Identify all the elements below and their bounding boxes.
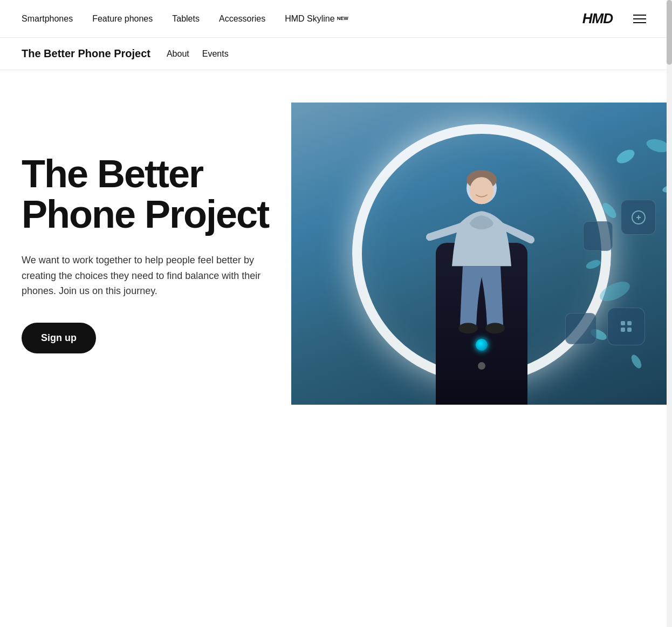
nav-smartphones[interactable]: Smartphones: [22, 14, 73, 24]
nav-feature-phones[interactable]: Feature phones: [92, 14, 153, 24]
nav-about[interactable]: About: [167, 49, 189, 59]
float-card-4: [565, 313, 596, 344]
new-badge: NEW: [337, 16, 348, 21]
top-navigation: Smartphones Feature phones Tablets Acces…: [0, 0, 672, 38]
float-card-3: [607, 308, 645, 345]
hero-person-svg: [422, 158, 541, 342]
svg-point-26: [485, 323, 505, 333]
svg-point-24: [470, 177, 493, 204]
nav-hmd-skyline[interactable]: HMD SkylineNEW: [285, 14, 348, 24]
hmd-logo: HMD: [582, 10, 613, 27]
hero-title: The Better Phone Project: [22, 154, 270, 235]
float-card-2: [583, 221, 613, 251]
signup-button[interactable]: Sign up: [22, 323, 96, 353]
scrollbar-track[interactable]: [667, 0, 672, 627]
hero-image-background: [291, 103, 672, 405]
svg-rect-19: [627, 321, 632, 325]
svg-point-12: [629, 353, 643, 370]
nav-tablets[interactable]: Tablets: [172, 14, 200, 24]
nav-events[interactable]: Events: [202, 49, 229, 59]
secondary-navigation: The Better Phone Project About Events: [0, 38, 672, 70]
nav-links: Smartphones Feature phones Tablets Acces…: [22, 14, 566, 24]
hamburger-line-3: [633, 22, 646, 23]
hamburger-line-2: [633, 18, 646, 19]
hero-content: The Better Phone Project We want to work…: [0, 103, 291, 405]
svg-point-0: [614, 147, 636, 166]
float-card-1: [621, 200, 656, 235]
site-name: The Better Phone Project: [22, 47, 150, 60]
hmd-logo-area[interactable]: HMD: [582, 10, 613, 27]
svg-point-25: [458, 323, 478, 333]
secondary-nav-links: About Events: [167, 49, 229, 59]
svg-rect-18: [621, 321, 625, 325]
hero-image-area: [291, 103, 672, 405]
hero-description: We want to work together to help people …: [22, 253, 270, 299]
nav-accessories[interactable]: Accessories: [219, 14, 265, 24]
hamburger-menu-button[interactable]: [629, 10, 650, 28]
phone-sensor: [478, 362, 485, 370]
scrollbar-thumb[interactable]: [667, 0, 672, 65]
hero-section: The Better Phone Project We want to work…: [0, 70, 672, 405]
svg-rect-20: [621, 328, 625, 332]
hamburger-line-1: [633, 15, 646, 16]
svg-rect-21: [627, 328, 632, 332]
